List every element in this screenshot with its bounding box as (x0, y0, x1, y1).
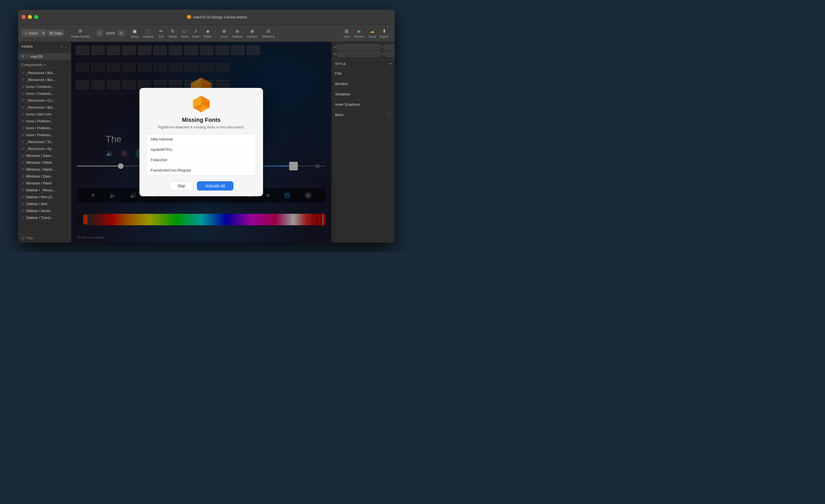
ungroup-button[interactable]: ⬚ Ungroup (141, 27, 155, 39)
w-input[interactable] (338, 51, 381, 57)
y-input[interactable] (384, 44, 394, 50)
layer-item[interactable]: ↺ Windows / Stand... (18, 166, 71, 173)
layer-item-windows-sheet[interactable]: ↺ Windows / Sheet (18, 159, 71, 166)
style-title: STYLE (335, 62, 346, 66)
close-button[interactable] (21, 15, 25, 19)
missing-fonts-modal: Missing Fonts RightFont detected 4 missi… (139, 88, 263, 196)
layer-list: ↺ _Resources / But... ↺ _Resources / But… (18, 68, 71, 234)
page-expand-arrow: ▼ (21, 54, 25, 58)
zoom-increase-button[interactable]: + (118, 30, 124, 36)
union-button[interactable]: ⊕ Union (219, 27, 230, 39)
font-list: Alfie-Informal ApolloMTPro FolliesStd Fr… (146, 134, 256, 176)
layer-item[interactable]: ↺ _Resources / But... (18, 70, 71, 76)
intersect-button[interactable]: ⊗ Intersect (245, 27, 259, 39)
fills-section[interactable]: Fills (332, 68, 395, 79)
layer-name: Windows / Sheet (26, 161, 52, 165)
inner-shadows-section[interactable]: Inner Shadows (332, 99, 395, 110)
mask-icon: ⬭ (181, 28, 188, 34)
group-button[interactable]: ▣ Group (129, 27, 141, 39)
layer-item[interactable]: ↺ Windows / Panel (18, 180, 71, 187)
scale-icon: ⤢ (193, 28, 199, 34)
skip-button[interactable]: Skip (169, 181, 194, 190)
insert-dropdown[interactable]: ▾ (40, 30, 47, 36)
shadows-label: Shadows (335, 92, 351, 96)
insert-button[interactable]: ＋ Insert ▾ (21, 29, 47, 37)
difference-button[interactable]: ⊝ Difference (260, 27, 277, 39)
maximize-button[interactable] (34, 15, 38, 19)
cloud-label: Cloud (368, 35, 376, 38)
flatten-icon: ◈ (205, 28, 211, 34)
coords-row-2: W H ⇔ ⇕ (334, 51, 392, 57)
create-symbol-button[interactable]: ⟳ Create Symbol (69, 27, 91, 39)
pages-header-buttons: + ⌄ (60, 44, 67, 49)
filter-icon: ⊙ (21, 236, 24, 240)
minimize-button[interactable] (28, 15, 32, 19)
layer-item[interactable]: ↺ Sidebar / Item (A... (18, 194, 71, 200)
layer-item[interactable]: ↺ Sidebar / Item (18, 200, 71, 207)
symbol-icon: ↺ (21, 195, 24, 199)
sidebar: PAGES + ⌄ ▼ □ macOS Components ▾ (18, 42, 71, 243)
style-chevron-icon[interactable]: ▾ (389, 62, 391, 66)
style-section: STYLE ▾ Fills Borders Shadows Inner Shad… (332, 60, 395, 243)
edit-button[interactable]: ✏ Edit (156, 27, 166, 39)
symbol-icon: ↺ (21, 92, 24, 96)
preview-button[interactable]: ▶ Preview (353, 27, 366, 39)
export-button[interactable]: ⬆ Export (378, 27, 390, 39)
layer-item[interactable]: ↺ _Resources / But... (18, 76, 71, 83)
layer-item[interactable]: ↺ Windows / Dialo... (18, 173, 71, 180)
blurs-section[interactable]: Blurs (332, 110, 395, 120)
view-button[interactable]: ⊞ View (342, 27, 352, 39)
canvas[interactable]: The 🔉 🔇 🌐 (71, 42, 331, 243)
shadows-section[interactable]: Shadows (332, 89, 395, 99)
components-section[interactable]: Components ▾ (18, 62, 71, 68)
symbol-icon: ↺ (21, 71, 24, 75)
data-btn-main[interactable]: ⊞ Data (48, 30, 64, 36)
layer-item[interactable]: ↺ _Resources / Co... (18, 97, 71, 104)
sidebar-footer: ⊙ Filter (18, 234, 71, 243)
layer-item[interactable]: ↺ Sidebar / Sectio... (18, 207, 71, 215)
font-item: Alfie-Informal (147, 134, 256, 145)
zoom-decrease-button[interactable]: − (96, 30, 103, 36)
layer-item[interactable]: ↺ _Resources / Ap... (18, 145, 71, 152)
layer-item[interactable]: ↺ _Resources / But... (18, 104, 71, 111)
layer-item[interactable]: ↺ _Resources / To... (18, 139, 71, 145)
font-item: ApolloMTPro (147, 145, 256, 155)
symbol-icon: ↺ (21, 140, 24, 144)
flatten-button[interactable]: ◈ Flatten (202, 27, 214, 39)
page-item-macos[interactable]: ▼ □ macOS (18, 53, 71, 60)
mask-button[interactable]: ⬭ Mask (179, 27, 190, 39)
layer-name: _Resources / But... (26, 78, 56, 82)
layer-item[interactable]: ↺ Windows / Save... (18, 152, 71, 159)
scale-button[interactable]: ⤢ Scale (190, 27, 201, 39)
layer-item[interactable]: ↺ Icons / Preferen... (18, 118, 71, 125)
union-icon: ⊕ (221, 28, 227, 34)
insert-btn-main[interactable]: ＋ Insert (21, 29, 41, 37)
cloud-button[interactable]: ☁ Cloud (367, 27, 377, 39)
modal-subtitle: RightFont detected 4 missing fonts in th… (158, 125, 245, 129)
layer-item[interactable]: ↺ Icons / Contextu... (18, 90, 71, 97)
right-panel: X Y W H (331, 42, 395, 243)
x-input[interactable] (336, 44, 380, 50)
modal-sketch-logo (192, 95, 210, 113)
mask-label: Mask (181, 35, 188, 38)
subtract-button[interactable]: ⊖ Subtract (230, 27, 244, 39)
borders-section[interactable]: Borders (332, 79, 395, 89)
h-input[interactable] (385, 51, 395, 57)
blurs-label: Blurs (335, 113, 344, 117)
layer-item[interactable]: ↺ Sidebar / Transl... (18, 215, 71, 221)
layer-item[interactable]: ↺ Sidebar / _Resou... (18, 187, 71, 194)
layer-item[interactable]: ↺ Icons / Alert Icon (18, 111, 71, 118)
layer-item[interactable]: ↺ Icons / Preferen... (18, 132, 71, 139)
add-page-button[interactable]: + (60, 44, 63, 49)
activate-all-button[interactable]: Activate All (197, 181, 233, 190)
font-name: FolliesStd (151, 158, 167, 162)
style-header: STYLE ▾ (332, 60, 395, 68)
data-button[interactable]: ⊞ Data (48, 30, 64, 36)
expand-pages-button[interactable]: ⌄ (64, 44, 68, 49)
symbol-icon: ↺ (21, 78, 24, 82)
layer-item[interactable]: ↺ Icons / Contextu... (18, 83, 71, 90)
blurs-toggle[interactable] (387, 113, 391, 117)
rotate-button[interactable]: ↻ Rotate (167, 27, 179, 39)
group-icon: ▣ (132, 28, 138, 34)
layer-item[interactable]: ↺ Icons / Preferen... (18, 125, 71, 132)
